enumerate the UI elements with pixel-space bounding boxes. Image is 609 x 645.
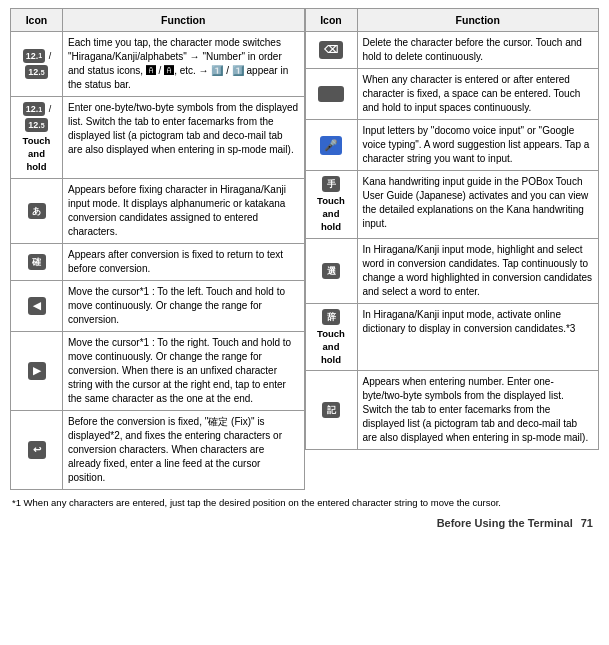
bottom-bar: Before Using the Terminal 71 [10,517,599,529]
footnote: *1 When any characters are entered, just… [10,496,599,509]
icon-cell: ◀ [11,280,63,331]
right-func-header: Function [357,9,599,32]
table-row: 選In Hiragana/Kanji input mode, highlight… [305,238,599,303]
icon-cell [305,69,357,120]
bottom-label: Before Using the Terminal [437,517,573,529]
icon-cell: 確 [11,243,63,280]
icon-cell: 記 [305,371,357,450]
footnote-text: *1 When any characters are entered, just… [12,497,501,508]
icon-cell: 手 Touch andhold [305,171,357,239]
function-cell: When any character is entered or after e… [357,69,599,120]
main-table-container: Icon Function 12.1 / 12.5Each time you t… [10,8,599,490]
page: Icon Function 12.1 / 12.5Each time you t… [0,0,609,549]
table-row: 🎤Input letters by "docomo voice input" o… [305,120,599,171]
table-row: 12.1 / 12.5 Touch andholdEnter one-byte/… [11,97,305,179]
function-cell: Kana handwriting input guide in the POBo… [357,171,599,239]
table-row: ⌫Delete the character before the cursor.… [305,32,599,69]
icon-cell: 12.1 / 12.5 Touch andhold [11,97,63,179]
icon-cell: ▶ [11,331,63,410]
function-cell: In Hiragana/Kanji input mode, activate o… [357,303,599,371]
table-row: ▶Move the cursor*1 : To the right. Touch… [11,331,305,410]
function-cell: Move the cursor*1 : To the left. Touch a… [63,280,305,331]
function-cell: Appears before fixing character in Hirag… [63,178,305,243]
table-row: あAppears before fixing character in Hira… [11,178,305,243]
function-cell: Enter one-byte/two-byte symbols from the… [63,97,305,179]
left-icon-header: Icon [11,9,63,32]
icon-cell: あ [11,178,63,243]
icon-cell: 12.1 / 12.5 [11,32,63,97]
function-cell: Each time you tap, the character mode sw… [63,32,305,97]
table-row: 記Appears when entering number. Enter one… [305,371,599,450]
table-row: 辞 Touch andholdIn Hiragana/Kanji input m… [305,303,599,371]
function-cell: Before the conversion is fixed, "確定 (Fix… [63,410,305,489]
icon-cell: 🎤 [305,120,357,171]
table-row: 確Appears after conversion is fixed to re… [11,243,305,280]
table-row: ↩Before the conversion is fixed, "確定 (Fi… [11,410,305,489]
icon-cell: ↩ [11,410,63,489]
icon-cell: 辞 Touch andhold [305,303,357,371]
left-table: Icon Function 12.1 / 12.5Each time you t… [10,8,305,490]
function-cell: In Hiragana/Kanji input mode, highlight … [357,238,599,303]
table-row: 12.1 / 12.5Each time you tap, the charac… [11,32,305,97]
page-number: 71 [581,517,593,529]
function-cell: Move the cursor*1 : To the right. Touch … [63,331,305,410]
icon-cell: ⌫ [305,32,357,69]
icon-cell: 選 [305,238,357,303]
function-cell: Delete the character before the cursor. … [357,32,599,69]
table-row: 手 Touch andholdKana handwriting input gu… [305,171,599,239]
function-cell: Input letters by "docomo voice input" or… [357,120,599,171]
function-cell: Appears when entering number. Enter one-… [357,371,599,450]
table-row: When any character is entered or after e… [305,69,599,120]
function-cell: Appears after conversion is fixed to ret… [63,243,305,280]
right-icon-header: Icon [305,9,357,32]
right-table: Icon Function ⌫Delete the character befo… [305,8,600,490]
left-func-header: Function [63,9,305,32]
table-row: ◀Move the cursor*1 : To the left. Touch … [11,280,305,331]
